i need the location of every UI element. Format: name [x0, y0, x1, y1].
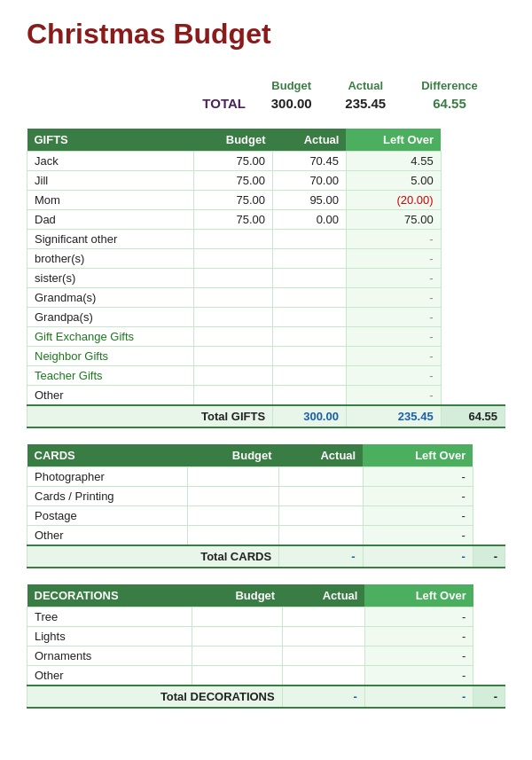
row-actual: 70.00 — [273, 171, 347, 191]
table-row: Mom75.0095.00(20.00) — [27, 191, 505, 210]
total-budget: 300.00 — [273, 405, 347, 427]
row-leftover: - — [346, 308, 441, 327]
row-leftover: - — [346, 269, 441, 288]
decorations-col-leftover: Left Over — [364, 584, 473, 607]
row-label: Lights — [27, 627, 192, 646]
row-label: Grandpa(s) — [27, 308, 194, 327]
row-leftover: - — [346, 366, 441, 386]
row-actual — [279, 467, 364, 487]
table-row: Photographer- — [27, 467, 505, 487]
row-label: Neighbor Gifts — [27, 347, 194, 366]
row-label: Jill — [27, 171, 194, 191]
row-actual — [273, 366, 347, 386]
gifts-col-budget: Budget — [194, 129, 273, 152]
decorations-section-label: DECORATIONS — [27, 584, 192, 607]
row-actual — [273, 308, 347, 327]
summary-col-difference: Difference — [403, 77, 497, 94]
table-row: Postage- — [27, 506, 505, 526]
cards-col-leftover: Left Over — [363, 444, 473, 467]
table-row: Other- — [27, 526, 505, 546]
summary-total-budget: 300.00 — [254, 94, 329, 113]
total-leftover: - — [473, 545, 505, 568]
table-row: Cards / Printing- — [27, 487, 505, 506]
row-budget — [192, 646, 282, 666]
total-actual: - — [363, 545, 473, 568]
row-label: sister(s) — [27, 269, 194, 288]
row-actual — [273, 288, 347, 308]
total-leftover: - — [473, 686, 505, 708]
row-actual — [273, 347, 347, 366]
row-budget — [192, 666, 282, 686]
table-row: sister(s)- — [27, 269, 505, 288]
row-label: Jack — [27, 152, 194, 171]
row-label: Significant other — [27, 230, 194, 249]
summary-col-actual: Actual — [329, 77, 403, 94]
row-label: Mom — [27, 191, 194, 210]
row-label: Postage — [27, 506, 188, 526]
row-actual — [273, 249, 347, 269]
summary-total-difference: 64.55 — [403, 94, 497, 113]
row-leftover: - — [346, 347, 441, 366]
row-leftover: - — [363, 506, 473, 526]
table-row: Jack75.0070.454.55 — [27, 152, 505, 171]
row-actual: 95.00 — [273, 191, 347, 210]
row-leftover: - — [363, 467, 473, 487]
summary-total-label: TOTAL — [177, 94, 254, 113]
row-label: Other — [27, 666, 192, 686]
row-leftover: (20.00) — [346, 191, 441, 210]
table-row: Significant other- — [27, 230, 505, 249]
summary-col-empty — [177, 77, 254, 94]
row-budget — [194, 249, 273, 269]
table-row: Dad75.000.0075.00 — [27, 210, 505, 230]
row-actual — [279, 506, 364, 526]
row-actual — [279, 526, 364, 546]
row-label: Photographer — [27, 467, 188, 487]
table-row: Other- — [27, 386, 505, 406]
total-budget: - — [279, 545, 364, 568]
row-label: Ornaments — [27, 646, 192, 666]
row-actual — [279, 487, 364, 506]
row-budget — [192, 607, 282, 627]
total-leftover: 64.55 — [441, 405, 505, 427]
summary-table: Budget Actual Difference TOTAL 300.00 23… — [177, 77, 497, 113]
row-actual — [282, 607, 364, 627]
table-row: Gift Exchange Gifts- — [27, 327, 505, 347]
page-title: Christmas Budget — [27, 18, 505, 51]
decorations-col-actual: Actual — [282, 584, 364, 607]
row-label: Teacher Gifts — [27, 366, 194, 386]
row-label: Gift Exchange Gifts — [27, 327, 194, 347]
row-label: Other — [27, 386, 194, 406]
row-leftover: - — [364, 666, 473, 686]
table-row: Grandpa(s)- — [27, 308, 505, 327]
row-budget: 75.00 — [194, 152, 273, 171]
row-leftover: - — [346, 327, 441, 347]
decorations-table: DECORATIONS Budget Actual Left Over Tree… — [27, 584, 505, 709]
cards-section-label: CARDS — [27, 444, 188, 467]
row-budget — [194, 269, 273, 288]
decorations-col-budget: Budget — [192, 584, 282, 607]
total-row: Total GIFTS300.00235.4564.55 — [27, 405, 505, 427]
summary-col-budget: Budget — [254, 77, 329, 94]
table-row: Tree- — [27, 607, 505, 627]
total-budget: - — [282, 686, 364, 708]
gifts-table: GIFTS Budget Actual Left Over Jack75.007… — [27, 129, 505, 428]
row-budget: 75.00 — [194, 171, 273, 191]
table-row: Ornaments- — [27, 646, 505, 666]
row-actual: 70.45 — [273, 152, 347, 171]
row-leftover: - — [346, 249, 441, 269]
row-budget — [192, 627, 282, 646]
row-label: Dad — [27, 210, 194, 230]
row-budget: 75.00 — [194, 191, 273, 210]
total-row: Total CARDS--- — [27, 545, 505, 568]
table-row: Other- — [27, 666, 505, 686]
row-budget — [194, 327, 273, 347]
summary-total-actual: 235.45 — [329, 94, 403, 113]
cards-table: CARDS Budget Actual Left Over Photograph… — [27, 444, 505, 568]
table-row: brother(s)- — [27, 249, 505, 269]
row-budget — [194, 230, 273, 249]
table-row: Jill75.0070.005.00 — [27, 171, 505, 191]
row-budget — [187, 506, 278, 526]
gifts-col-leftover: Left Over — [346, 129, 441, 152]
row-budget — [194, 386, 273, 406]
row-actual — [273, 269, 347, 288]
